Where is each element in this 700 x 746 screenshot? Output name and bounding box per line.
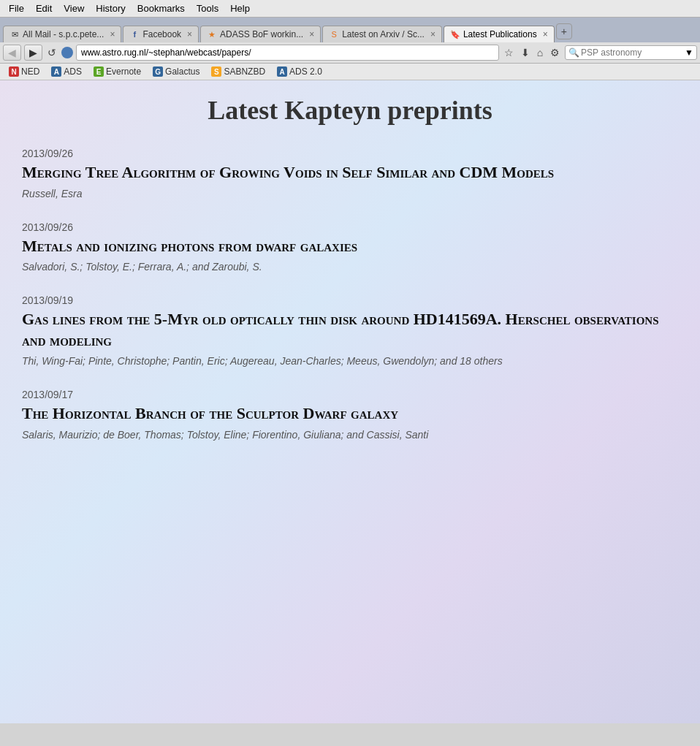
tab-adass-close[interactable]: × xyxy=(309,29,314,39)
pub-2-authors: Salvadori, S.; Tolstoy, E.; Ferrara, A.;… xyxy=(22,261,678,273)
mail-tab-icon: ✉ xyxy=(9,29,20,39)
bookmark-ads2[interactable]: A ADS 2.0 xyxy=(273,65,327,78)
pub-1-title[interactable]: Merging Tree Algorithm of Growing Voids … xyxy=(22,162,678,183)
bookmark-ads[interactable]: A ADS xyxy=(47,65,86,78)
menu-file[interactable]: File xyxy=(3,1,30,15)
search-submit-button[interactable]: ▼ xyxy=(685,47,693,58)
tab-arxiv-close[interactable]: × xyxy=(430,29,435,39)
tab-adass[interactable]: ★ ADASS BoF workin... × xyxy=(200,26,321,42)
facebook-tab-icon: f xyxy=(129,29,140,39)
bookmark-star-button[interactable]: ☆ xyxy=(502,45,516,60)
ssl-icon xyxy=(61,47,73,58)
bookmark-galactus[interactable]: G Galactus xyxy=(148,65,204,78)
menu-bar: File Edit View History Bookmarks Tools H… xyxy=(0,0,700,18)
tab-facebook[interactable]: f Facebook × xyxy=(123,26,199,42)
publication-4: 2013/09/17 The Horizontal Branch of the … xyxy=(22,389,678,441)
menu-bookmarks[interactable]: Bookmarks xyxy=(132,1,191,15)
publication-2: 2013/09/26 Metals and ionizing photons f… xyxy=(22,221,678,273)
back-button[interactable]: ◀ xyxy=(3,45,21,61)
evernote-icon: E xyxy=(94,66,104,77)
tab-facebook-label: Facebook xyxy=(142,29,181,39)
page-title: Latest Kapteyn preprints xyxy=(22,95,678,126)
bookmarks-bar: N NED A ADS E Evernote G Galactus S SABN… xyxy=(0,64,700,80)
galactus-icon: G xyxy=(153,66,163,77)
bookmark-ned[interactable]: N NED xyxy=(4,65,44,78)
tab-arxiv[interactable]: S Latest on Arxiv / Sc... × xyxy=(322,26,442,42)
pub-1-authors: Russell, Esra xyxy=(22,188,678,199)
tab-arxiv-label: Latest on Arxiv / Sc... xyxy=(342,29,425,39)
page-content: Latest Kapteyn preprints 2013/09/26 Merg… xyxy=(0,80,700,723)
menu-edit[interactable]: Edit xyxy=(30,1,58,15)
pub-4-date: 2013/09/17 xyxy=(22,389,678,400)
tab-facebook-close[interactable]: × xyxy=(187,29,192,39)
browser-chrome: File Edit View History Bookmarks Tools H… xyxy=(0,0,700,80)
sabnzbd-icon: S xyxy=(211,66,221,77)
pub-1-date: 2013/09/26 xyxy=(22,148,678,159)
tab-publications-close[interactable]: × xyxy=(543,29,548,39)
pub-3-authors: Thi, Wing-Fai; Pinte, Christophe; Pantin… xyxy=(22,355,678,367)
pub-4-authors: Salaris, Maurizio; de Boer, Thomas; Tols… xyxy=(22,429,678,441)
search-input[interactable] xyxy=(581,47,683,58)
bookmark-sabnzbd[interactable]: S SABNZBD xyxy=(207,65,270,78)
tab-bar: ✉ All Mail - s.p.c.pete... × f Facebook … xyxy=(0,18,700,42)
menu-history[interactable]: History xyxy=(90,1,131,15)
reload-button[interactable]: ↺ xyxy=(45,45,58,60)
search-bar: 🔍 ▼ xyxy=(565,45,697,60)
bookmark-evernote[interactable]: E Evernote xyxy=(89,65,145,78)
publications-tab-icon: 🔖 xyxy=(450,29,460,39)
publication-3: 2013/09/19 Gas lines from the 5-Myr old … xyxy=(22,294,678,367)
menu-help[interactable]: Help xyxy=(224,1,256,15)
tab-publications-label: Latest Publications xyxy=(463,29,537,39)
search-engine-icon: 🔍 xyxy=(568,47,579,58)
ned-icon: N xyxy=(9,66,19,77)
tab-mail-close[interactable]: × xyxy=(110,29,115,39)
ads-icon: A xyxy=(51,66,61,77)
tab-mail-label: All Mail - s.p.c.pete... xyxy=(23,29,104,39)
pub-2-title[interactable]: Metals and ionizing photons from dwarf g… xyxy=(22,236,678,257)
menu-tools[interactable]: Tools xyxy=(191,1,224,15)
pub-3-date: 2013/09/19 xyxy=(22,294,678,306)
pub-3-title[interactable]: Gas lines from the 5-Myr old optically t… xyxy=(22,309,678,351)
forward-button[interactable]: ▶ xyxy=(24,45,42,61)
new-tab-button[interactable]: + xyxy=(556,23,572,39)
arxiv-tab-icon: S xyxy=(329,29,339,39)
tab-mail[interactable]: ✉ All Mail - s.p.c.pete... × xyxy=(3,26,121,42)
pub-4-title[interactable]: The Horizontal Branch of the Sculptor Dw… xyxy=(22,403,678,425)
publication-1: 2013/09/26 Merging Tree Algorithm of Gro… xyxy=(22,148,678,199)
download-button[interactable]: ⬇ xyxy=(519,45,532,60)
tab-adass-label: ADASS BoF workin... xyxy=(220,29,303,39)
address-input[interactable] xyxy=(76,45,499,61)
ads2-icon: A xyxy=(277,66,287,77)
tab-publications[interactable]: 🔖 Latest Publications × xyxy=(444,26,555,42)
preferences-button[interactable]: ⚙ xyxy=(548,45,562,60)
menu-view[interactable]: View xyxy=(58,1,90,15)
adass-tab-icon: ★ xyxy=(207,29,217,39)
pub-2-date: 2013/09/26 xyxy=(22,221,678,233)
address-bar: ◀ ▶ ↺ ☆ ⬇ ⌂ ⚙ 🔍 ▼ xyxy=(0,42,700,64)
home-button[interactable]: ⌂ xyxy=(535,45,545,60)
